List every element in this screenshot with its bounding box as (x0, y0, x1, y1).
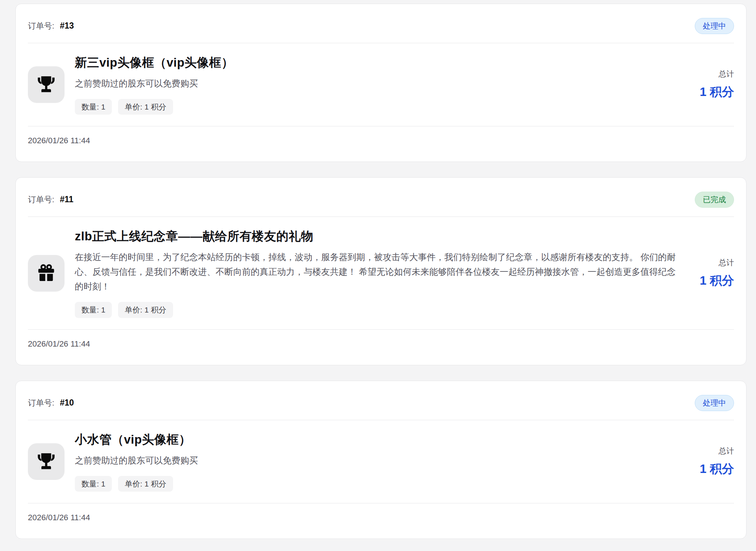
item-tags: 数量: 1 单价: 1 积分 (75, 476, 683, 492)
order-card-body: 新三vip头像框（vip头像框） 之前赞助过的股东可以免费购买 数量: 1 单价… (16, 43, 746, 126)
quantity-tag: 数量: 1 (75, 302, 112, 318)
order-card-footer: 2026/01/26 11:44 (28, 329, 734, 365)
total-value: 1 积分 (699, 461, 734, 477)
order-number: 订单号: #10 (28, 397, 74, 408)
trophy-icon (28, 66, 65, 103)
order-timestamp: 2026/01/26 11:44 (28, 136, 90, 145)
status-badge: 已完成 (695, 192, 734, 208)
quantity-tag: 数量: 1 (75, 476, 112, 492)
order-total: 总计 1 积分 (699, 258, 734, 289)
unit-price-tag: 单价: 1 积分 (118, 302, 173, 318)
order-total: 总计 1 积分 (699, 69, 734, 100)
total-value: 1 积分 (699, 84, 734, 100)
order-card-header: 订单号: #11 已完成 (28, 178, 734, 217)
item-description: 在接近一年的时间里，为了纪念本站经历的卡顿，掉线，波动，服务器到期，被攻击等大事… (75, 250, 683, 294)
order-card-header: 订单号: #13 处理中 (28, 4, 734, 43)
item-title: 小水管（vip头像框） (75, 432, 683, 448)
orders-page: 订单号: #13 处理中 新三vip头像框（vip头像框） (0, 0, 756, 539)
order-timestamp: 2026/01/26 11:44 (28, 339, 90, 348)
status-badge: 处理中 (695, 18, 734, 34)
order-item-row: 新三vip头像框（vip头像框） 之前赞助过的股东可以免费购买 数量: 1 单价… (28, 55, 734, 115)
item-tags: 数量: 1 单价: 1 积分 (75, 302, 683, 318)
order-card-body: zlb正式上线纪念章——献给所有楼友的礼物 在接近一年的时间里，为了纪念本站经历… (16, 217, 746, 329)
item-tags: 数量: 1 单价: 1 积分 (75, 99, 683, 115)
order-card-body: 小水管（vip头像框） 之前赞助过的股东可以免费购买 数量: 1 单价: 1 积… (16, 420, 746, 503)
total-label: 总计 (699, 258, 734, 268)
trophy-icon (28, 443, 65, 480)
item-title: 新三vip头像框（vip头像框） (75, 55, 683, 71)
item-description: 之前赞助过的股东可以免费购买 (75, 76, 683, 91)
order-number-label: 订单号: (28, 21, 54, 32)
order-item-main: 小水管（vip头像框） 之前赞助过的股东可以免费购买 数量: 1 单价: 1 积… (75, 432, 683, 492)
order-item-main: 新三vip头像框（vip头像框） 之前赞助过的股东可以免费购买 数量: 1 单价… (75, 55, 683, 115)
quantity-tag: 数量: 1 (75, 99, 112, 115)
item-title: zlb正式上线纪念章——献给所有楼友的礼物 (75, 228, 683, 245)
gift-icon (28, 255, 65, 292)
order-item-row: zlb正式上线纪念章——献给所有楼友的礼物 在接近一年的时间里，为了纪念本站经历… (28, 228, 734, 318)
order-number-value: #11 (60, 195, 73, 204)
order-card-footer: 2026/01/26 11:44 (28, 503, 734, 539)
order-card[interactable]: 订单号: #11 已完成 zlb正式上线纪念章——献给所有楼友的礼物 (15, 177, 746, 365)
order-card[interactable]: 订单号: #13 处理中 新三vip头像框（vip头像框） (15, 4, 746, 162)
order-item-main: zlb正式上线纪念章——献给所有楼友的礼物 在接近一年的时间里，为了纪念本站经历… (75, 228, 683, 318)
item-description: 之前赞助过的股东可以免费购买 (75, 453, 683, 468)
order-number: 订单号: #11 (28, 194, 73, 205)
order-number: 订单号: #13 (28, 21, 74, 32)
order-number-value: #13 (60, 21, 74, 31)
order-card[interactable]: 订单号: #10 处理中 小水管（vip头像框） 之前赞 (15, 381, 746, 539)
order-number-label: 订单号: (28, 397, 54, 408)
order-card-footer: 2026/01/26 11:44 (28, 126, 734, 162)
order-number-value: #10 (60, 398, 74, 408)
total-label: 总计 (699, 69, 734, 79)
order-card-header: 订单号: #10 处理中 (28, 381, 734, 420)
status-badge: 处理中 (695, 395, 734, 411)
unit-price-tag: 单价: 1 积分 (118, 476, 173, 492)
order-number-label: 订单号: (28, 194, 54, 205)
order-item-row: 小水管（vip头像框） 之前赞助过的股东可以免费购买 数量: 1 单价: 1 积… (28, 432, 734, 492)
total-label: 总计 (699, 446, 734, 456)
unit-price-tag: 单价: 1 积分 (118, 99, 173, 115)
order-total: 总计 1 积分 (699, 446, 734, 477)
order-timestamp: 2026/01/26 11:44 (28, 513, 90, 522)
total-value: 1 积分 (699, 273, 734, 289)
